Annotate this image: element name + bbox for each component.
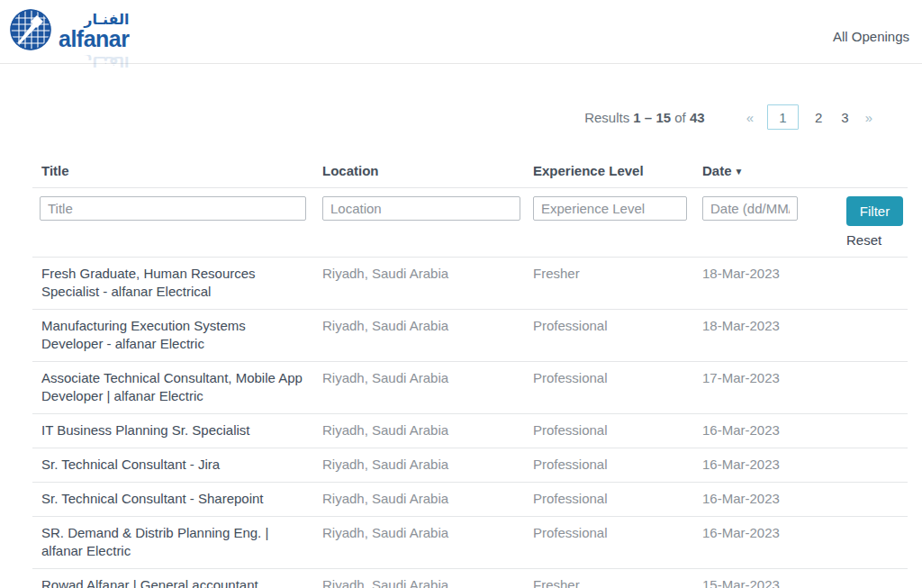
alfanar-logo[interactable]: الفنـار alfanar الفنـار alfanar (9, 8, 129, 71)
logo-arabic-text: الفنـار (59, 13, 129, 27)
job-title-link[interactable]: Rowad Alfanar | General accountant (32, 576, 322, 588)
logo-latin-text: alfanar (59, 28, 129, 50)
job-location: Riyadh, Saudi Arabia (322, 456, 533, 474)
job-date: 16-Mar-2023 (702, 456, 814, 474)
job-experience: Professional (533, 317, 702, 353)
date-filter-input[interactable] (702, 196, 798, 221)
job-date: 18-Mar-2023 (702, 317, 814, 353)
results-count: Results 1 – 15 of 43 (584, 110, 704, 125)
job-experience: Professional (533, 421, 702, 439)
job-row[interactable]: SR. Demand & Distrib Planning Eng. | alf… (32, 517, 908, 569)
job-location: Riyadh, Saudi Arabia (322, 576, 533, 588)
title-filter-input[interactable] (40, 196, 306, 221)
pagination-page-2[interactable]: 2 (812, 110, 825, 125)
experience-filter-input[interactable] (533, 196, 687, 221)
job-title-link[interactable]: Fresh Graduate, Human Resources Speciali… (32, 265, 322, 301)
job-experience: Professional (533, 456, 702, 474)
job-row[interactable]: Associate Technical Consultant, Mobile A… (32, 362, 908, 414)
job-location: Riyadh, Saudi Arabia (322, 490, 533, 508)
pagination-page-1[interactable]: 1 (767, 104, 799, 130)
job-row[interactable]: Manufacturing Execution Systems Develope… (32, 310, 908, 362)
job-row[interactable]: Sr. Technical Consultant - Jira Riyadh, … (32, 448, 908, 483)
job-experience: Professional (533, 490, 702, 508)
job-location: Riyadh, Saudi Arabia (322, 317, 533, 353)
job-rows: Fresh Graduate, Human Resources Speciali… (32, 257, 908, 588)
pagination-page-3[interactable]: 3 (838, 110, 851, 125)
job-row[interactable]: IT Business Planning Sr. Specialist Riya… (32, 414, 908, 448)
results-range: 1 – 15 (633, 110, 671, 125)
job-location: Riyadh, Saudi Arabia (322, 524, 533, 560)
location-filter-input[interactable] (322, 196, 520, 221)
job-title-link[interactable]: Manufacturing Execution Systems Develope… (32, 317, 322, 353)
site-header: الفنـار alfanar الفنـار alfanar All Open… (0, 0, 922, 64)
job-date: 15-Mar-2023 (702, 576, 814, 588)
results-bar: Results 1 – 15 of 43 « 1 2 3 » (0, 104, 922, 130)
logo-reflection: الفنـار alfanar (9, 55, 129, 71)
job-title-link[interactable]: IT Business Planning Sr. Specialist (32, 421, 322, 439)
table-header-row: Title Location Experience Level Date▼ (32, 163, 908, 188)
pagination-next-icon[interactable]: » (865, 110, 872, 125)
job-experience: Professional (533, 524, 702, 560)
job-title-link[interactable]: Sr. Technical Consultant - Jira (32, 456, 322, 474)
alfanar-globe-icon (9, 8, 52, 55)
all-openings-link[interactable]: All Openings (833, 29, 909, 44)
job-experience: Fresher (533, 265, 702, 301)
job-date: 16-Mar-2023 (702, 524, 814, 560)
job-location: Riyadh, Saudi Arabia (322, 421, 533, 439)
job-location: Riyadh, Saudi Arabia (322, 369, 533, 405)
job-title-link[interactable]: SR. Demand & Distrib Planning Eng. | alf… (32, 524, 322, 560)
job-date: 17-Mar-2023 (702, 369, 814, 405)
job-title-link[interactable]: Sr. Technical Consultant - Sharepoint (32, 490, 322, 508)
sort-desc-icon: ▼ (735, 167, 744, 176)
job-row[interactable]: Sr. Technical Consultant - Sharepoint Ri… (32, 483, 908, 517)
job-title-link[interactable]: Associate Technical Consultant, Mobile A… (32, 369, 322, 405)
reset-link[interactable]: Reset (846, 232, 881, 248)
job-date: 18-Mar-2023 (702, 265, 814, 301)
job-date: 16-Mar-2023 (702, 421, 814, 439)
job-location: Riyadh, Saudi Arabia (322, 265, 533, 301)
pagination: « 1 2 3 » (746, 104, 872, 130)
job-row[interactable]: Rowad Alfanar | General accountant Riyad… (32, 569, 908, 588)
pagination-prev-icon[interactable]: « (746, 110, 754, 125)
column-header-date[interactable]: Date▼ (702, 163, 814, 178)
filter-row: Filter Reset (32, 188, 908, 248)
job-experience: Fresher (533, 576, 702, 588)
jobs-table: Title Location Experience Level Date▼ Fi… (32, 163, 908, 588)
job-experience: Professional (533, 369, 702, 405)
results-total: 43 (690, 110, 705, 125)
column-header-experience: Experience Level (533, 163, 702, 178)
column-header-title: Title (32, 163, 322, 178)
column-header-location: Location (322, 163, 533, 178)
filter-button[interactable]: Filter (846, 196, 903, 226)
job-row[interactable]: Fresh Graduate, Human Resources Speciali… (32, 258, 908, 310)
job-date: 16-Mar-2023 (702, 490, 814, 508)
